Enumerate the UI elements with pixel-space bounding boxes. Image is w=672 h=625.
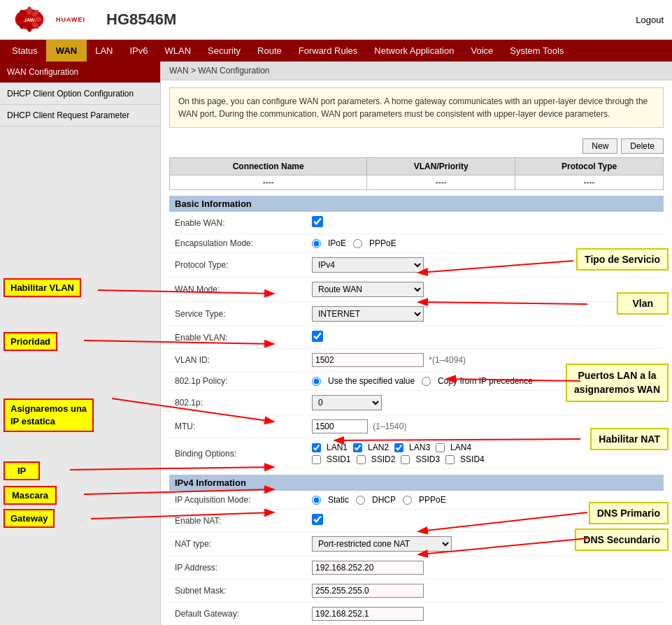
ipacq-dhcp-label: DHCP	[372, 495, 396, 505]
policy-copy-radio[interactable]	[422, 377, 431, 386]
ip-address-label: IP Address:	[169, 561, 309, 574]
subnet-mask-input[interactable]	[312, 584, 424, 598]
lan2-checkbox[interactable]	[353, 443, 362, 452]
policy-copy-label: Copy from IP precedence	[438, 376, 533, 386]
lan3-label: LAN3	[409, 443, 430, 452]
lan4-checkbox[interactable]	[436, 443, 445, 452]
form-section-basic: Basic Information Enable WAN: Encapsulat…	[169, 196, 664, 469]
nav-route[interactable]: Route	[249, 40, 290, 62]
nav-wan[interactable]: WAN	[46, 40, 87, 62]
nav-ipv6[interactable]: IPv6	[122, 40, 157, 62]
row-enable-vlan: Enable VLAN:	[169, 326, 664, 349]
row-subnet-mask: Subnet Mask:	[169, 580, 664, 603]
ssid-checkboxes: SSID1 SSID2 SSID3 SSID4	[312, 454, 661, 464]
logout-button[interactable]: Logout	[636, 15, 664, 25]
sidebar-dhcp-request[interactable]: DHCP Client Request Parameter	[0, 105, 160, 127]
info-box: On this page, you can configure WAN port…	[169, 87, 664, 128]
wan-mode-select[interactable]: Route WAN Bridge WAN	[312, 282, 424, 297]
nav-voice[interactable]: Voice	[462, 40, 501, 62]
logo-area: HUAWEI HUAWEI	[8, 6, 85, 34]
default-gateway-input[interactable]	[312, 607, 424, 621]
table-actions: New Delete	[161, 135, 672, 157]
row-default-gateway: Default Gateway:	[169, 603, 664, 625]
binding-label: Binding Options:	[169, 447, 309, 460]
nav-bar: Status WAN LAN IPv6 WLAN Security Route …	[0, 40, 672, 62]
new-button[interactable]: New	[582, 138, 617, 154]
row-mtu: MTU: (1–1540)	[169, 415, 664, 438]
ssid1-checkbox[interactable]	[312, 455, 321, 464]
delete-button[interactable]: Delete	[621, 138, 664, 154]
breadcrumb: WAN > WAN Configuration	[161, 62, 672, 80]
value-802-1p-control: 0123 4567	[309, 394, 664, 412]
encap-pppoe-radio[interactable]	[353, 239, 362, 248]
service-type-select[interactable]: INTERNET TR069 VOIP OTHER	[312, 306, 424, 322]
nav-system-tools[interactable]: System Tools	[501, 40, 572, 62]
enable-vlan-checkbox[interactable]	[312, 331, 323, 342]
nat-type-select[interactable]: Port-restricted cone NAT Full cone NAT A…	[312, 536, 452, 552]
ssid1-label: SSID1	[327, 454, 351, 464]
row-enable-nat: Enable NAT:	[169, 510, 664, 532]
sidebar: WAN Configuration DHCP Client Option Con…	[0, 62, 161, 625]
row-802-1p-policy: 802.1p Policy: Use the specified value C…	[169, 372, 664, 391]
vlan-id-label: VLAN ID:	[169, 354, 309, 366]
row-wan-mode: WAN Mode: Route WAN Bridge WAN	[169, 278, 664, 302]
lan4-label: LAN4	[450, 443, 471, 452]
nav-status[interactable]: Status	[3, 40, 46, 62]
nav-security[interactable]: Security	[199, 40, 249, 62]
ipv4-info-header: IPv4 Information	[169, 475, 664, 491]
nav-forward-rules[interactable]: Forward Rules	[290, 40, 366, 62]
ipacq-static-radio[interactable]	[312, 496, 321, 505]
ipacq-pppoe-label: PPPoE	[419, 495, 446, 505]
nav-lan[interactable]: LAN	[87, 40, 121, 62]
ip-address-control	[309, 559, 664, 576]
row-vlan-id: VLAN ID: *(1–4094)	[169, 349, 664, 372]
value-802-1p-select[interactable]: 0123 4567	[312, 395, 382, 410]
enable-wan-control	[309, 215, 664, 231]
cell-conn-dash: ----	[170, 175, 367, 190]
row-protocol-type: Protocol Type: IPv4 IPv6 IPv4/IPv6	[169, 253, 664, 278]
sidebar-wan-config[interactable]: WAN Configuration	[0, 62, 160, 83]
lan3-checkbox[interactable]	[394, 443, 403, 452]
lan1-checkbox[interactable]	[312, 443, 321, 452]
nav-network-app[interactable]: Network Application	[366, 40, 462, 62]
row-enable-wan: Enable WAN:	[169, 212, 664, 234]
nat-type-label: NAT type:	[169, 538, 309, 550]
vlan-id-control: *(1–4094)	[309, 352, 664, 368]
svg-point-6	[27, 24, 31, 32]
policy-specified-radio[interactable]	[312, 377, 321, 386]
enable-nat-checkbox[interactable]	[312, 514, 323, 525]
binding-control: LAN1 LAN2 LAN3 LAN4 SSID1 SSI	[309, 441, 664, 466]
lan1-label: LAN1	[327, 443, 348, 452]
wan-mode-control: Route WAN Bridge WAN	[309, 280, 664, 299]
encapsulation-label: Encapsulation Mode:	[169, 237, 309, 250]
encapsulation-control: IPoE PPPoE	[309, 237, 664, 250]
ssid2-label: SSID2	[371, 454, 396, 464]
row-binding: Binding Options: LAN1 LAN2 LAN3 LAN4	[169, 438, 664, 469]
ipacq-pppoe-radio[interactable]	[403, 496, 412, 505]
row-802-1p-value: 802.1p: 0123 4567	[169, 391, 664, 415]
subnet-mask-control	[309, 582, 664, 599]
enable-nat-label: Enable NAT:	[169, 515, 309, 527]
protocol-type-control: IPv4 IPv6 IPv4/IPv6	[309, 256, 664, 274]
ssid4-checkbox[interactable]	[445, 455, 455, 464]
sidebar-dhcp-option[interactable]: DHCP Client Option Configuration	[0, 83, 160, 105]
nav-wlan[interactable]: WLAN	[157, 40, 200, 62]
ssid3-label: SSID3	[415, 454, 440, 464]
cell-vlan-dash: ----	[367, 175, 515, 190]
ssid2-checkbox[interactable]	[357, 455, 366, 464]
default-gateway-control	[309, 605, 664, 622]
protocol-type-label: Protocol Type:	[169, 259, 309, 271]
brand-name: HUAWEI	[56, 16, 85, 23]
ip-address-input[interactable]	[312, 561, 424, 575]
encap-ipoe-radio[interactable]	[312, 239, 321, 248]
protocol-type-select[interactable]: IPv4 IPv6 IPv4/IPv6	[312, 257, 424, 273]
encap-pppoe-label: PPPoE	[369, 238, 396, 248]
subnet-mask-label: Subnet Mask:	[169, 584, 309, 597]
ipacq-dhcp-radio[interactable]	[356, 496, 365, 505]
mtu-input[interactable]	[312, 419, 368, 433]
enable-wan-checkbox[interactable]	[312, 216, 323, 227]
vlan-id-input[interactable]	[312, 353, 424, 367]
ssid3-checkbox[interactable]	[401, 455, 410, 464]
ip-acq-control: Static DHCP PPPoE	[309, 494, 664, 506]
enable-nat-control	[309, 512, 664, 529]
